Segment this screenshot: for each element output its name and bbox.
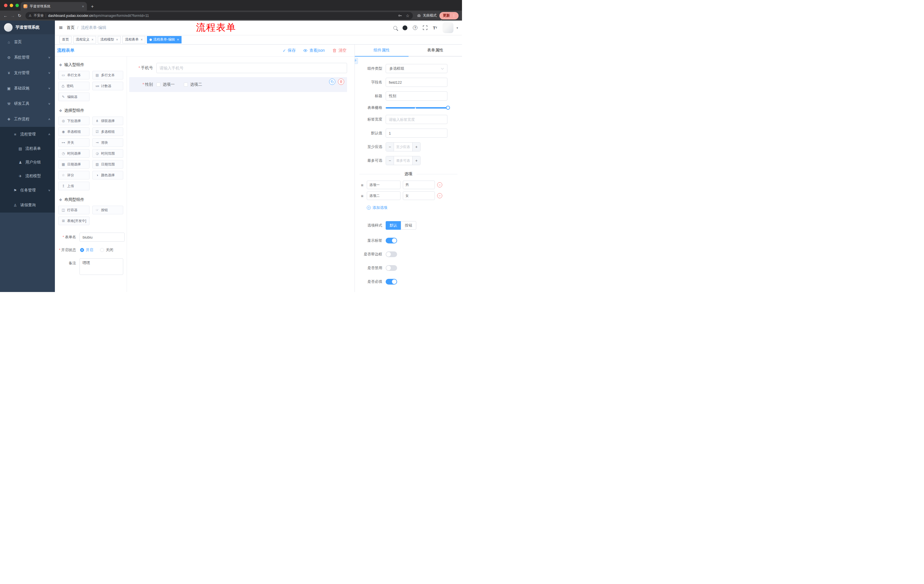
bookmark-star-icon[interactable]: ☆: [406, 13, 409, 18]
address-bar[interactable]: ⚠ 不安全 dashboard.yudao.iocoder.cn/bpm/man…: [25, 12, 413, 20]
link-icon[interactable]: [355, 58, 358, 64]
option-value-input[interactable]: [403, 191, 435, 200]
github-icon[interactable]: [403, 25, 408, 30]
slider-track[interactable]: [386, 107, 448, 109]
option-label-input[interactable]: [367, 181, 401, 189]
style-button-button[interactable]: 按钮: [401, 221, 416, 230]
tag-process-definition[interactable]: 流程定义×: [73, 36, 96, 43]
disabled-switch[interactable]: [386, 265, 397, 271]
palette-item-color-picker[interactable]: ◑颜色选择: [92, 171, 124, 179]
sidebar-item-dev-tools[interactable]: ⚒研发工具∨: [0, 96, 55, 112]
gender-option-2-checkbox[interactable]: 选项二: [184, 82, 202, 87]
palette-item-button[interactable]: ☞按钮: [92, 206, 124, 214]
tab-form-props[interactable]: 表单属性: [409, 44, 462, 56]
sidebar-item-user-group[interactable]: ♟用户分组: [0, 155, 55, 169]
sidebar-item-task-mgmt[interactable]: ⚑任务管理∨: [0, 183, 55, 198]
palette-item-row-container[interactable]: ◫行容器: [58, 206, 89, 214]
window-zoom-button[interactable]: [15, 4, 19, 7]
delete-widget-button[interactable]: [338, 79, 344, 85]
palette-item-multi-line-text[interactable]: ▤多行文本: [92, 71, 124, 79]
font-size-icon[interactable]: TT: [433, 25, 437, 30]
drag-handle-icon[interactable]: ≡: [360, 193, 365, 198]
minus-button[interactable]: −: [386, 143, 394, 151]
window-close-button[interactable]: [4, 4, 7, 7]
close-icon[interactable]: ×: [177, 38, 179, 42]
palette-item-switch[interactable]: ⊶开关: [58, 138, 89, 147]
copy-widget-button[interactable]: [329, 79, 335, 85]
menu-dots-icon[interactable]: ⋮: [452, 13, 456, 18]
gender-option-1-checkbox[interactable]: 选项一: [157, 82, 175, 87]
palette-item-upload[interactable]: ↥上传: [58, 182, 89, 190]
app-logo[interactable]: 芋道管理系统: [0, 21, 55, 34]
option-label-input[interactable]: [367, 191, 401, 200]
label-width-input[interactable]: [386, 115, 447, 124]
palette-item-time-range[interactable]: ◶时间范围: [92, 149, 124, 158]
close-icon[interactable]: ×: [116, 38, 118, 42]
palette-item-password[interactable]: 密码: [58, 82, 89, 90]
sidebar-item-process-model[interactable]: ✈流程模型: [0, 169, 55, 183]
palette-item-radio-group[interactable]: ◉单选框组: [58, 127, 89, 136]
reload-button[interactable]: ↻: [18, 13, 21, 18]
slider-handle[interactable]: [446, 106, 450, 110]
window-minimize-button[interactable]: [10, 4, 13, 7]
sidebar-item-process-form[interactable]: ▤流程表单: [0, 142, 55, 155]
status-on-radio[interactable]: 开启: [80, 247, 93, 253]
palette-item-table[interactable]: ⊞表格[开发中]: [58, 217, 89, 225]
min-select-input[interactable]: [394, 143, 412, 151]
field-name-input[interactable]: [386, 78, 447, 87]
update-button[interactable]: 更新 ⋮: [439, 12, 459, 20]
plus-button[interactable]: +: [412, 156, 420, 165]
show-label-switch[interactable]: [386, 238, 397, 243]
widget-gender-selected[interactable]: *性别 选项一 选项二: [129, 77, 347, 92]
component-type-select[interactable]: 多选框组: [386, 64, 447, 73]
widget-phone[interactable]: *手机号: [129, 63, 347, 73]
sidebar-item-process-mgmt[interactable]: ≡流程管理∧: [0, 127, 55, 142]
form-grid-slider[interactable]: [386, 106, 448, 110]
breadcrumb-home[interactable]: 首页: [67, 25, 74, 30]
palette-item-date-picker[interactable]: ▦日期选择: [58, 160, 89, 169]
border-switch[interactable]: [386, 252, 397, 257]
title-input[interactable]: [386, 91, 447, 100]
forward-button[interactable]: →: [11, 13, 15, 18]
plus-button[interactable]: +: [412, 143, 420, 151]
remark-textarea[interactable]: 嘿嘿: [79, 258, 123, 275]
default-value-input[interactable]: [386, 128, 447, 138]
drag-handle-icon[interactable]: ≡: [360, 183, 365, 188]
clear-button[interactable]: 清空: [332, 48, 346, 53]
add-option-button[interactable]: +添加选项: [367, 205, 388, 210]
palette-item-single-line-text[interactable]: ▭单行文本: [58, 71, 89, 79]
close-icon[interactable]: ×: [91, 38, 94, 42]
sidebar-item-home[interactable]: ⌂首页: [0, 34, 55, 50]
key-icon[interactable]: [398, 13, 402, 18]
max-select-input[interactable]: [394, 156, 412, 165]
palette-item-counter[interactable]: 123计数器: [92, 82, 124, 90]
required-switch[interactable]: [386, 279, 397, 285]
tab-component-props[interactable]: 组件属性: [355, 44, 409, 56]
remove-option-button[interactable]: −: [437, 182, 442, 188]
close-icon[interactable]: ×: [141, 38, 143, 42]
palette-item-rating[interactable]: ☆评分: [58, 171, 89, 179]
back-button[interactable]: ←: [3, 13, 8, 18]
tab-close-icon[interactable]: ×: [82, 4, 84, 8]
palette-item-editor[interactable]: ✎编辑器: [58, 92, 89, 101]
sidebar-item-workflow[interactable]: ❖工作流程∧: [0, 112, 55, 127]
style-default-button[interactable]: 默认: [386, 221, 401, 230]
tag-home[interactable]: 首页: [59, 36, 71, 43]
minus-button[interactable]: −: [386, 156, 394, 165]
hamburger-icon[interactable]: ≡: [54, 25, 68, 31]
sidebar-item-infrastructure[interactable]: ▣基础设施∨: [0, 81, 55, 96]
tag-process-model[interactable]: 流程模型×: [98, 36, 120, 43]
form-canvas[interactable]: *手机号 *性别 选项一 选项二: [127, 57, 355, 292]
palette-item-time-picker[interactable]: ◷时间选择: [58, 149, 89, 158]
fullscreen-icon[interactable]: [423, 25, 427, 30]
tag-process-form-edit[interactable]: 流程表单-编辑×: [147, 36, 182, 43]
palette-item-checkbox-group[interactable]: ☑多选框组: [92, 127, 124, 136]
caret-down-icon[interactable]: ▾: [457, 26, 458, 30]
palette-item-slider[interactable]: ⊸滑块: [92, 138, 124, 147]
phone-input[interactable]: [157, 63, 347, 73]
new-tab-button[interactable]: +: [91, 4, 94, 9]
sidebar-item-leave-query[interactable]: ♙请假查询: [0, 198, 55, 212]
avatar[interactable]: [442, 22, 454, 33]
view-json-button[interactable]: 查看json: [303, 48, 325, 53]
remove-option-button[interactable]: −: [437, 193, 442, 198]
